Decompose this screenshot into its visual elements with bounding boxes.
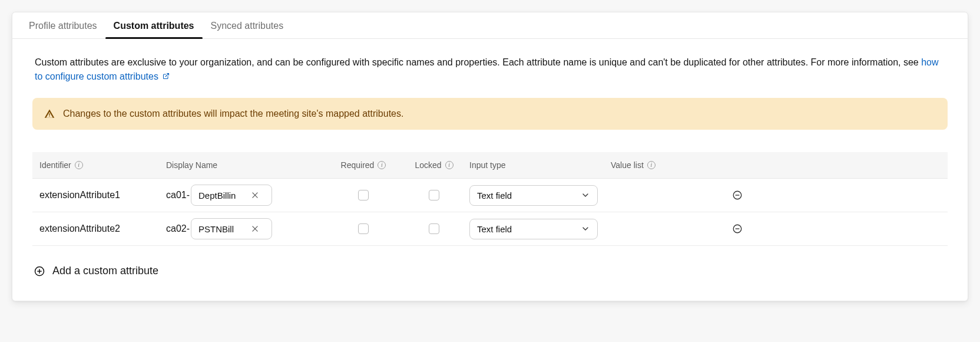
th-locked: Locked i [399,160,469,170]
clear-display-name-button[interactable] [249,223,261,235]
custom-attributes-panel: Profile attributes Custom attributes Syn… [12,12,968,301]
tab-synced-attributes[interactable]: Synced attributes [203,12,292,38]
th-input-type: Input type [469,160,611,170]
tab-custom-attributes[interactable]: Custom attributes [105,12,203,38]
display-name-chip [191,218,272,239]
warning-banner: Changes to the custom attributes will im… [32,98,948,130]
display-name-chip [191,185,272,206]
chevron-down-icon [581,224,590,234]
info-icon[interactable]: i [75,161,83,169]
display-name-prefix: ca02- [166,223,190,234]
info-icon[interactable]: i [378,161,386,169]
th-label: Display Name [166,160,217,170]
th-value-list: Value list i [611,160,720,170]
locked-checkbox[interactable] [429,223,439,234]
clear-display-name-button[interactable] [249,189,261,201]
th-display-name: Display Name [166,160,328,170]
locked-checkbox[interactable] [429,190,439,200]
display-name-input[interactable] [198,224,244,234]
attributes-table: Identifier i Display Name Required i Loc… [32,152,948,246]
th-identifier: Identifier i [39,160,166,170]
tab-profile-attributes[interactable]: Profile attributes [21,12,105,38]
table-row: extensionAttribute1 ca01- [32,179,948,212]
table-header-row: Identifier i Display Name Required i Loc… [32,152,948,179]
info-icon[interactable]: i [647,161,655,169]
warning-text: Changes to the custom attributes will im… [63,108,403,119]
cell-identifier: extensionAttribute1 [39,190,166,200]
add-custom-attribute-button[interactable]: Add a custom attribute [32,265,948,277]
required-checkbox[interactable] [358,223,369,234]
svg-line-0 [165,74,169,77]
cell-display-name: ca01- [166,185,328,206]
cell-required [328,190,399,200]
input-type-select[interactable]: Text field [469,185,598,206]
display-name-prefix: ca01- [166,190,190,200]
description-body: Custom attributes are exclusive to your … [35,57,921,67]
cell-identifier: extensionAttribute2 [39,223,166,234]
remove-row-button[interactable] [731,223,743,235]
warning-icon [44,108,55,119]
th-label: Required [341,160,375,170]
cell-display-name: ca02- [166,218,328,239]
th-label: Input type [469,160,506,170]
chevron-down-icon [581,190,590,200]
external-link-icon [161,73,170,81]
cell-actions [720,223,755,235]
add-label: Add a custom attribute [52,265,158,277]
table-row: extensionAttribute2 ca02- [32,212,948,246]
select-value: Text field [477,190,512,200]
cell-locked [399,223,469,234]
display-name-input[interactable] [198,190,244,200]
cell-input-type: Text field [469,185,611,206]
tabs-bar: Profile attributes Custom attributes Syn… [12,12,968,39]
select-value: Text field [477,224,512,234]
remove-row-button[interactable] [731,189,743,201]
info-icon[interactable]: i [445,161,453,169]
cell-locked [399,190,469,200]
required-checkbox[interactable] [358,190,369,200]
description-text: Custom attributes are exclusive to your … [35,55,945,84]
th-label: Identifier [39,160,71,170]
input-type-select[interactable]: Text field [469,219,598,239]
th-label: Locked [415,160,441,170]
cell-actions [720,189,755,201]
cell-input-type: Text field [469,219,611,239]
plus-circle-icon [34,265,45,277]
cell-required [328,223,399,234]
th-label: Value list [611,160,644,170]
th-required: Required i [328,160,399,170]
content-card: Custom attributes are exclusive to your … [30,51,950,283]
